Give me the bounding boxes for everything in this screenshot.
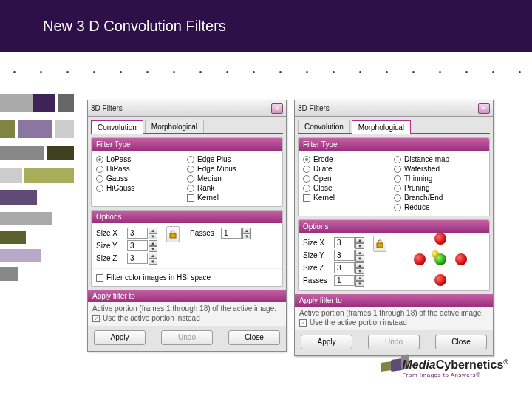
- radio-label: Pruning: [404, 184, 429, 192]
- radio-higauss[interactable]: HiGauss: [96, 184, 187, 192]
- apply-text: Active portion (frames 1 through 18) of …: [299, 309, 488, 317]
- radio-edgeminus[interactable]: Edge Minus: [187, 165, 278, 173]
- radio-label: Open: [313, 174, 331, 183]
- radio-erode[interactable]: Erode: [303, 155, 394, 163]
- input-sizey[interactable]: 3: [334, 250, 355, 261]
- apply-button[interactable]: Apply: [94, 330, 146, 345]
- tabstrip: Convolution Morphological: [298, 120, 490, 134]
- check-use-active[interactable]: ✓Use the active portion instead: [299, 318, 488, 327]
- label-sizex: Size X: [303, 239, 334, 247]
- spinner-sizey[interactable]: ▲▼: [149, 240, 157, 251]
- radio-label: Distance map: [404, 155, 449, 163]
- close-button[interactable]: Close: [435, 335, 487, 349]
- radio-label: Dilate: [313, 165, 332, 173]
- logo-mediacybernetics: MediaCybernetics® From Images to Answers…: [402, 358, 508, 378]
- logo-media: Media: [402, 358, 435, 371]
- radio-distancemap[interactable]: Distance map: [394, 155, 485, 163]
- group-filter-type: Filter Type Erode Dilate Open Close Kern…: [298, 137, 490, 216]
- input-sizez[interactable]: 3: [334, 262, 355, 273]
- undo-button[interactable]: Undo: [368, 335, 420, 349]
- input-sizez[interactable]: 3: [127, 253, 148, 264]
- tab-convolution[interactable]: Convolution: [91, 120, 143, 134]
- close-button[interactable]: Close: [228, 330, 280, 345]
- apply-target: Active portion (frames 1 through 18) of …: [295, 307, 493, 330]
- tabstrip: Convolution Morphological: [91, 120, 283, 134]
- check-label: Kernel: [197, 194, 219, 202]
- radio-label: Edge Plus: [197, 155, 231, 163]
- group-head-options: Options: [299, 220, 489, 233]
- radio-label: Thinning: [404, 174, 432, 183]
- titlebar[interactable]: 3D Filters ✕: [295, 100, 493, 117]
- undo-button[interactable]: Undo: [161, 330, 213, 345]
- radio-rank[interactable]: Rank: [187, 184, 278, 192]
- spinner-sizey[interactable]: ▲▼: [355, 250, 364, 261]
- group-head-filter: Filter Type: [92, 138, 282, 151]
- spinner-sizez[interactable]: ▲▼: [149, 253, 157, 264]
- lock-xyz-icon[interactable]: [166, 226, 180, 242]
- input-passes[interactable]: 1: [334, 275, 355, 286]
- close-icon[interactable]: ✕: [478, 103, 490, 114]
- input-sizey[interactable]: 3: [127, 240, 148, 251]
- radio-label: Edge Minus: [197, 165, 236, 173]
- radio-label: Rank: [197, 184, 214, 192]
- title-banner: New 3 D Convolution Filters: [0, 0, 532, 52]
- titlebar[interactable]: 3D Filters ✕: [88, 100, 286, 117]
- radio-label: Gauss: [106, 174, 128, 183]
- input-sizex[interactable]: 3: [127, 228, 148, 239]
- check-kernel[interactable]: Kernel: [187, 194, 278, 202]
- radio-open[interactable]: Open: [303, 174, 394, 183]
- spinner-passes[interactable]: ▲▼: [242, 228, 251, 239]
- label-sizez: Size Z: [96, 254, 127, 262]
- tab-convolution[interactable]: Convolution: [298, 120, 350, 133]
- label-sizey: Size Y: [303, 251, 334, 259]
- spinner-sizex[interactable]: ▲▼: [355, 237, 364, 248]
- radio-label: Erode: [313, 155, 333, 163]
- spinner-sizez[interactable]: ▲▼: [355, 262, 364, 273]
- radio-branchend[interactable]: Branch/End: [394, 194, 485, 202]
- check-hsi[interactable]: Filter color images in HSI space: [96, 273, 278, 282]
- radio-reduce[interactable]: Reduce: [394, 203, 485, 211]
- close-icon[interactable]: ✕: [271, 103, 283, 114]
- radio-gauss[interactable]: Gauss: [96, 174, 187, 183]
- group-head-options: Options: [92, 211, 282, 223]
- radio-label: LoPass: [106, 155, 131, 163]
- spinner-passes[interactable]: ▲▼: [355, 275, 364, 286]
- decorative-dot-row: [13, 61, 519, 83]
- slide-title: New 3 D Convolution Filters: [43, 18, 226, 35]
- lock-xyz-icon[interactable]: [373, 236, 386, 252]
- check-kernel[interactable]: Kernel: [303, 194, 394, 202]
- radio-pruning[interactable]: Pruning: [394, 184, 485, 192]
- tab-morphological[interactable]: Morphological: [352, 120, 411, 134]
- radio-thinning[interactable]: Thinning: [394, 174, 485, 183]
- logo-cyber: Cybernetics: [436, 358, 504, 371]
- check-label: Filter color images in HSI space: [106, 273, 211, 282]
- group-filter-type: Filter Type LoPass HiPass Gauss HiGauss …: [91, 137, 283, 207]
- button-bar: Apply Undo Close: [88, 326, 286, 351]
- button-bar: Apply Undo Close: [295, 330, 493, 355]
- input-passes[interactable]: 1: [221, 228, 242, 239]
- radio-lopass[interactable]: LoPass: [96, 155, 187, 163]
- label-passes: Passes: [190, 229, 221, 237]
- apply-button[interactable]: Apply: [301, 335, 352, 349]
- radio-label: Close: [313, 184, 332, 192]
- group-head-apply: Apply filter to: [88, 290, 286, 302]
- radio-label: HiPass: [106, 165, 130, 173]
- tab-morphological[interactable]: Morphological: [145, 120, 204, 133]
- radio-hipass[interactable]: HiPass: [96, 165, 187, 173]
- structuring-element-diagram: [414, 233, 467, 286]
- label-passes: Passes: [303, 276, 334, 284]
- check-use-active[interactable]: ✓Use the active portion instead: [92, 314, 282, 322]
- spinner-sizex[interactable]: ▲▼: [149, 228, 157, 239]
- radio-label: Reduce: [404, 203, 429, 211]
- svg-rect-1: [377, 243, 383, 248]
- radio-dilate[interactable]: Dilate: [303, 165, 394, 173]
- label-sizez: Size Z: [303, 264, 334, 272]
- radio-median[interactable]: Median: [187, 174, 278, 183]
- label-sizey: Size Y: [96, 242, 127, 250]
- radio-edgeplus[interactable]: Edge Plus: [187, 155, 278, 163]
- radio-close[interactable]: Close: [303, 184, 394, 192]
- check-label: Use the active portion instead: [103, 314, 200, 322]
- radio-label: Median: [197, 174, 222, 183]
- input-sizex[interactable]: 3: [334, 237, 355, 248]
- radio-watershed[interactable]: Watershed: [394, 165, 485, 173]
